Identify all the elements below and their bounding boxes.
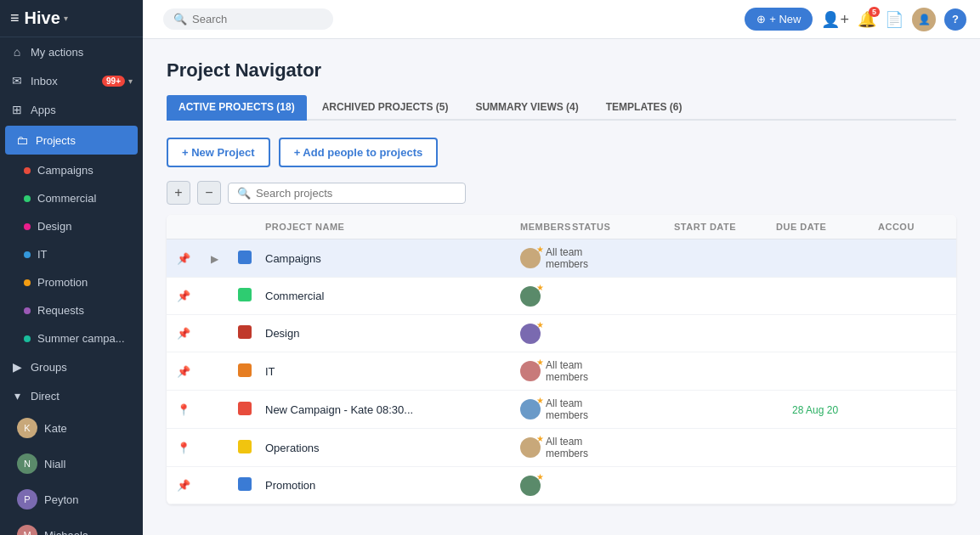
user-avatar[interactable]: 👤 (912, 8, 936, 31)
home-icon: ⌂ (10, 45, 24, 59)
sidebar-item-commercial[interactable]: Commercial (0, 184, 143, 212)
new-project-button[interactable]: + New Project (167, 138, 270, 167)
members-label: All team members (546, 359, 588, 383)
star-badge-icon: ★ (536, 396, 544, 405)
col-expand (211, 222, 238, 232)
add-people-button[interactable]: + Add people to projects (279, 138, 439, 167)
members-label: All team members (546, 397, 588, 421)
direct-contact-michaela[interactable]: MMichaela (0, 517, 143, 535)
notifications-button[interactable]: 🔔 5 (858, 10, 876, 29)
members-label: All team members (546, 246, 588, 270)
members-cell: ★ (520, 476, 572, 496)
table-body: 📌 ▶ Campaigns ★ All team members 📌 Comme… (167, 239, 956, 504)
inbox-icon: ✉ (10, 74, 24, 87)
table-row[interactable]: 📌 Design ★ (167, 315, 956, 352)
apps-label: Apps (31, 104, 56, 116)
color-cell (238, 363, 265, 380)
sidebar-item-inbox[interactable]: ✉ Inbox 99+ ▾ (0, 66, 143, 95)
avatar: ★ (520, 286, 541, 307)
table-row[interactable]: 📌 Promotion ★ (167, 467, 956, 504)
sidebar-item-requests[interactable]: Requests (0, 296, 143, 324)
inbox-label: Inbox (31, 75, 58, 87)
search-icon: 🔍 (173, 13, 187, 25)
sidebar-item-campaigns[interactable]: Campaigns (0, 156, 143, 184)
sidebar-item-my-actions[interactable]: ⌂ My actions (0, 37, 143, 66)
my-actions-label: My actions (31, 46, 83, 59)
members-cell: ★ All team members (520, 436, 588, 459)
app-logo[interactable]: ≡ Hive ▾ (0, 0, 143, 37)
expand-cell[interactable]: ▶ (211, 252, 238, 265)
sidebar-item-it[interactable]: IT (0, 240, 143, 268)
star-badge-icon: ★ (536, 472, 544, 482)
table-row[interactable]: 📍 New Campaign - Kate 08:30... ★ All tea… (167, 391, 956, 429)
pin-icon: 📌 (177, 252, 190, 265)
direct-contact-kate[interactable]: KKate (0, 410, 143, 446)
members-label: All team members (546, 436, 588, 459)
color-cell (238, 477, 265, 493)
unpin-icon: 📍 (177, 403, 190, 416)
tab-summary-views[interactable]: SUMMARY VIEWS (4) (463, 95, 590, 121)
expand-all-button[interactable]: + (167, 181, 190, 205)
avatar: ★ (520, 248, 541, 268)
document-button[interactable]: 📄 (885, 10, 904, 29)
sidebar-item-groups[interactable]: ▶ Groups (0, 352, 143, 381)
help-button[interactable]: ? (944, 8, 966, 31)
members-cell: ★ (520, 324, 572, 344)
col-pin (177, 222, 211, 232)
add-user-button[interactable]: 👤+ (821, 10, 849, 29)
sidebar: ≡ Hive ▾ ⌂ My actions ✉ Inbox 99+ ▾ ⊞ Ap… (0, 0, 143, 535)
sidebar-item-promotion[interactable]: Promotion (0, 268, 143, 296)
page-title: Project Navigator (167, 59, 956, 82)
app-name: Hive (25, 8, 60, 28)
project-name: Operations (265, 442, 320, 454)
search-box[interactable]: 🔍 (163, 8, 333, 30)
avatar: ★ (520, 399, 541, 420)
sidebar-item-design[interactable]: Design (0, 212, 143, 240)
direct-contact-niall[interactable]: NNiall (0, 446, 143, 482)
collapse-all-button[interactable]: − (197, 181, 221, 205)
table-row[interactable]: 📌 ▶ Campaigns ★ All team members (167, 239, 956, 278)
col-status: STATUS (572, 222, 674, 232)
project-name: Campaigns (265, 252, 321, 265)
project-search-box[interactable]: 🔍 (228, 183, 466, 204)
pin-cell: 📍 (177, 403, 211, 416)
new-button[interactable]: ⊕ + New (745, 8, 813, 31)
tab-archived-projects[interactable]: ARCHIVED PROJECTS (5) (310, 95, 461, 121)
avatar: ★ (520, 361, 541, 381)
project-name-cell: Campaigns (265, 252, 520, 265)
project-name: New Campaign - Kate 08:30... (265, 403, 413, 416)
avatar: ★ (520, 476, 541, 496)
direct-contacts: KKateNNiallPPeytonMMichaela (0, 410, 143, 535)
groups-label: Groups (31, 361, 67, 374)
sidebar-item-apps[interactable]: ⊞ Apps (0, 95, 143, 124)
project-subitems: CampaignsCommercialDesignITPromotionRequ… (0, 156, 143, 352)
project-name-cell: Commercial (265, 290, 520, 302)
direct-contact-peyton[interactable]: PPeyton (0, 482, 143, 517)
star-badge-icon: ★ (536, 434, 544, 443)
tab-active-projects[interactable]: ACTIVE PROJECTS (18) (167, 95, 307, 121)
logo-caret-icon: ▾ (64, 14, 68, 23)
sidebar-item-projects[interactable]: 🗀 Projects (5, 126, 138, 155)
sidebar-item-summer-campa...[interactable]: Summer campa... (0, 324, 143, 352)
star-badge-icon: ★ (536, 245, 544, 254)
expand-icon[interactable]: ▶ (211, 253, 218, 265)
col-color (238, 222, 265, 232)
col-start-date: START DATE (674, 222, 776, 232)
members-cell: ★ All team members (520, 359, 588, 383)
tab-templates[interactable]: TEMPLATES (6) (594, 95, 694, 121)
pin-cell: 📌 (177, 290, 211, 302)
search-input[interactable] (192, 13, 311, 25)
project-name: IT (265, 365, 275, 378)
table-row[interactable]: 📌 IT ★ All team members (167, 352, 956, 391)
col-project-name[interactable]: PROJECT NAME (265, 222, 520, 232)
pin-cell: 📍 (177, 442, 211, 454)
table-row[interactable]: 📍 Operations ★ All team members (167, 429, 956, 467)
apps-icon: ⊞ (10, 103, 24, 116)
plus-icon: ⊕ (756, 13, 766, 25)
sidebar-item-direct[interactable]: ▾ Direct (0, 381, 143, 410)
project-search-input[interactable] (256, 187, 451, 200)
action-buttons-row: + New Project + Add people to projects (167, 138, 956, 167)
project-name-cell: Promotion (265, 479, 520, 492)
table-row[interactable]: 📌 Commercial ★ (167, 278, 956, 315)
col-members: MEMBERS (520, 222, 572, 232)
